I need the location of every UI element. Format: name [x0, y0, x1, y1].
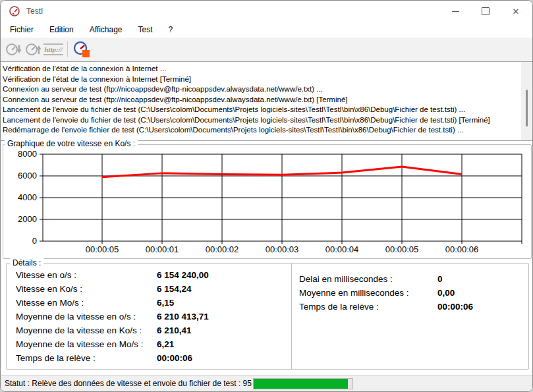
label-moyenne-ms: Moyenne en millisecondes : [299, 288, 437, 298]
log-line: Vérification de l'état de la connexion à… [3, 64, 519, 74]
details-groupbox: Détails : Vitesse en o/s :6 154 240,00 V… [6, 263, 529, 370]
upload-speedometer-icon [25, 42, 42, 57]
label-temps-releve: Temps de la relève : [16, 353, 157, 363]
value-vitesse-kos: 6 154,24 [157, 284, 209, 294]
svg-text:2000: 2000 [18, 214, 37, 224]
log-line: Lancement de l'envoie du fichier de test… [3, 105, 519, 115]
svg-text:0: 0 [32, 236, 37, 246]
value-vitesse-mos: 6,15 [157, 298, 209, 308]
label-vitesse-os: Vitesse en o/s : [16, 270, 157, 280]
svg-text:00:00:04: 00:00:04 [325, 244, 359, 254]
svg-text:8000: 8000 [18, 149, 37, 159]
log-scrollbar[interactable] [521, 62, 532, 140]
value-temps-releve-2: 00:00:06 [437, 302, 473, 312]
value-vitesse-os: 6 154 240,00 [157, 270, 209, 280]
svg-text:00:00:02: 00:00:02 [206, 244, 239, 254]
menubar: Fichier Edition Affichage Test ? [1, 22, 532, 38]
value-delai-ms: 0 [437, 274, 473, 284]
window-controls: ✕ [440, 1, 531, 22]
close-icon: ✕ [513, 7, 520, 16]
svg-text:4000: 4000 [18, 192, 37, 202]
value-temps-releve: 00:00:06 [157, 353, 209, 363]
app-speedometer-icon [9, 5, 20, 17]
titlebar: TestI ✕ [1, 1, 532, 22]
menu-affichage[interactable]: Affichage [83, 23, 129, 36]
details-right-column: Delai en millisecondes :0 Moyenne en mil… [299, 272, 473, 314]
value-moyenne-mos: 6,21 [157, 339, 209, 349]
log-output[interactable]: Vérification de l'état de la connexion à… [1, 61, 532, 141]
http-test-button[interactable]: http:// [43, 40, 63, 59]
log-scrollbar-thumb[interactable] [526, 90, 528, 126]
value-moyenne-ms: 0,00 [437, 288, 473, 298]
svg-text:00:00:01: 00:00:01 [146, 244, 179, 254]
log-line: Lancement de l'envoie du fichier de test… [3, 115, 519, 126]
toolbar: http:// [1, 38, 532, 61]
log-line: Redémarrage de l'envoie fichier de test … [3, 125, 519, 136]
label-moyenne-kos: Moyenne de la vitesse en Ko/s : [16, 325, 157, 335]
statusbar: Statut : Relève des données de vitesse e… [1, 375, 532, 391]
menu-edition[interactable]: Edition [43, 23, 80, 36]
maximize-icon [482, 7, 490, 15]
window-title: TestI [26, 7, 43, 16]
download-speedometer-icon [5, 42, 22, 57]
minimize-button[interactable] [440, 1, 470, 22]
log-line: Connexion au serveur de test (ftp://nico… [3, 84, 519, 95]
upload-speedtest-button[interactable] [24, 40, 43, 59]
app-window: TestI ✕ Fichier Edition Affichage Test ? [0, 0, 533, 392]
log-line: Connexion au serveur de test (ftp://nico… [3, 95, 519, 105]
toolbar-separator [67, 42, 68, 57]
svg-text:00:00:05: 00:00:05 [385, 244, 419, 254]
svg-text:6000: 6000 [18, 171, 37, 181]
active-speedometer-stop-icon [72, 40, 91, 59]
value-moyenne-kos: 6 210,41 [157, 325, 209, 335]
download-speedtest-button[interactable] [4, 40, 24, 59]
svg-text:00:00:03: 00:00:03 [266, 244, 299, 254]
http-icon: http:// [43, 43, 63, 55]
stop-test-button[interactable] [72, 40, 92, 59]
value-moyenne-os: 6 210 413,71 [157, 312, 209, 322]
label-vitesse-mos: Vitesse en Mo/s : [16, 298, 157, 308]
label-vitesse-kos: Vitesse en Ko/s : [16, 284, 157, 294]
svg-text:00:00:06: 00:00:06 [445, 244, 479, 254]
details-left-column: Vitesse en o/s :6 154 240,00 Vitesse en … [16, 268, 209, 365]
svg-text:00:00:05: 00:00:05 [86, 244, 119, 254]
menu-test[interactable]: Test [132, 23, 159, 36]
label-moyenne-os: Moyenne de la vitesse en o/s : [16, 312, 157, 322]
progress-bar [253, 378, 353, 389]
speed-chart-groupbox: Graphique de votre vitesse en Ko/s : 020… [3, 144, 532, 259]
maximize-button[interactable] [470, 1, 501, 22]
label-moyenne-mos: Moyenne de la vitesse en Mo/s : [16, 339, 157, 349]
chart-title: Graphique de votre vitesse en Ko/s : [5, 139, 138, 148]
details-legend: Détails : [10, 258, 43, 267]
close-button[interactable]: ✕ [501, 1, 531, 22]
label-delai-ms: Delai en millisecondes : [299, 274, 437, 284]
status-text: Statut : Relève des données de vitesse e… [5, 379, 261, 388]
log-line: Vérification de l'état de la connexion à… [3, 74, 519, 85]
speed-chart-svg: 0200040006000800000:00:0500:00:0100:00:0… [3, 148, 529, 257]
label-temps-releve-2: Temps de la relève : [299, 302, 437, 312]
menu-help[interactable]: ? [162, 23, 180, 36]
minimize-icon [452, 11, 459, 12]
progress-fill [254, 379, 348, 389]
details-divider [291, 264, 292, 369]
menu-fichier[interactable]: Fichier [3, 23, 40, 36]
